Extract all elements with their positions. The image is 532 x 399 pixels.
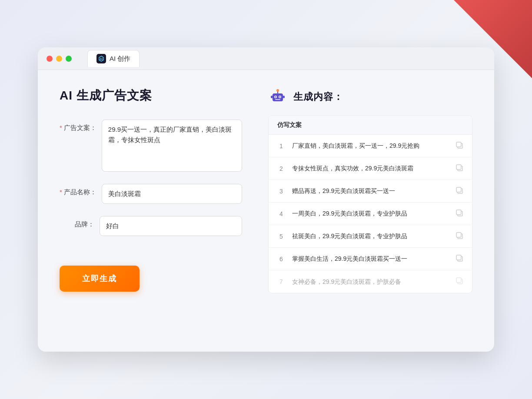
copy-icon[interactable] bbox=[456, 209, 463, 219]
copy-icon[interactable] bbox=[456, 164, 463, 173]
result-row: 6掌握美白生活，29.9元美白淡斑霜买一送一 bbox=[269, 248, 472, 270]
result-row: 1厂家直销，美白淡斑霜，买一送一，29.9元抢购 bbox=[269, 135, 472, 157]
copy-icon[interactable] bbox=[456, 186, 463, 196]
row-text: 专抹女性斑点，真实功效，29.9元美白淡斑霜 bbox=[292, 164, 449, 173]
result-row: 3赠品再送，29.9元美白淡斑霜买一送一 bbox=[269, 180, 472, 203]
maximize-button[interactable] bbox=[66, 56, 72, 62]
table-header-text: 仿写文案 bbox=[277, 121, 302, 128]
svg-rect-23 bbox=[456, 255, 461, 260]
traffic-lights bbox=[47, 56, 72, 62]
svg-point-5 bbox=[275, 96, 276, 98]
result-table: 仿写文案 1厂家直销，美白淡斑霜，买一送一，29.9元抢购2专抹女性斑点，真实功… bbox=[268, 115, 472, 293]
row-text: 一周美白，29.9元美白淡斑霜，专业护肤品 bbox=[292, 209, 449, 218]
svg-text:AI: AI bbox=[100, 57, 103, 60]
product-name-group: *产品名称： bbox=[60, 184, 242, 204]
ad-copy-group: *广告文案： bbox=[60, 120, 242, 172]
row-text: 女神必备，29.9元美白淡斑霜，护肤必备 bbox=[292, 277, 449, 286]
result-row: 7女神必备，29.9元美白淡斑霜，护肤必备 bbox=[269, 270, 472, 293]
result-row: 4一周美白，29.9元美白淡斑霜，专业护肤品 bbox=[269, 203, 472, 225]
svg-rect-17 bbox=[456, 187, 461, 192]
result-row: 5祛斑美白，29.9元美白淡斑霜，专业护肤品 bbox=[269, 225, 472, 248]
result-title: 生成内容： bbox=[293, 90, 343, 103]
robot-icon bbox=[268, 87, 287, 106]
row-text: 厂家直销，美白淡斑霜，买一送一，29.9元抢购 bbox=[292, 141, 449, 150]
row-text: 掌握美白生活，29.9元美白淡斑霜买一送一 bbox=[292, 254, 449, 263]
brand-input[interactable] bbox=[100, 216, 242, 236]
page-title: AI 生成广告文案 bbox=[60, 87, 242, 104]
brand-label: 品牌： bbox=[60, 216, 94, 229]
svg-rect-2 bbox=[273, 93, 283, 101]
close-button[interactable] bbox=[47, 56, 53, 62]
ad-copy-label: *广告文案： bbox=[60, 120, 96, 132]
row-number: 4 bbox=[277, 210, 285, 217]
row-number: 6 bbox=[277, 256, 285, 263]
row-number: 7 bbox=[277, 278, 285, 285]
left-panel: AI 生成广告文案 *广告文案： *产品名称： 品牌： 立即生成 bbox=[60, 87, 242, 334]
main-content: AI 生成广告文案 *广告文案： *产品名称： 品牌： 立即生成 bbox=[38, 70, 494, 352]
row-number: 5 bbox=[277, 233, 285, 240]
ad-copy-input[interactable] bbox=[102, 120, 242, 172]
row-number: 3 bbox=[277, 188, 285, 195]
product-name-label: *产品名称： bbox=[60, 184, 96, 196]
svg-rect-21 bbox=[456, 233, 461, 237]
generate-button[interactable]: 立即生成 bbox=[60, 266, 140, 292]
copy-icon[interactable] bbox=[456, 141, 463, 151]
svg-point-6 bbox=[279, 96, 281, 98]
svg-rect-7 bbox=[275, 99, 280, 100]
result-table-header: 仿写文案 bbox=[269, 116, 472, 135]
title-bar: AI AI 创作 bbox=[38, 47, 494, 70]
product-name-required: * bbox=[60, 188, 62, 196]
row-number: 2 bbox=[277, 165, 285, 172]
svg-rect-25 bbox=[456, 278, 461, 283]
svg-rect-19 bbox=[456, 210, 461, 215]
result-rows: 1厂家直销，美白淡斑霜，买一送一，29.9元抢购2专抹女性斑点，真实功效，29.… bbox=[269, 135, 472, 293]
copy-icon[interactable] bbox=[456, 277, 463, 286]
svg-point-9 bbox=[276, 89, 279, 92]
result-row: 2专抹女性斑点，真实功效，29.9元美白淡斑霜 bbox=[269, 157, 472, 180]
right-panel: 生成内容： 仿写文案 1厂家直销，美白淡斑霜，买一送一，29.9元抢购2专抹女性… bbox=[268, 87, 472, 334]
svg-rect-15 bbox=[456, 165, 461, 170]
copy-icon[interactable] bbox=[456, 232, 463, 241]
ai-tab-icon: AI bbox=[96, 54, 106, 63]
copy-icon[interactable] bbox=[456, 254, 463, 264]
result-header: 生成内容： bbox=[268, 87, 472, 106]
row-number: 1 bbox=[277, 143, 285, 150]
row-text: 赠品再送，29.9元美白淡斑霜买一送一 bbox=[292, 186, 449, 196]
ad-copy-required: * bbox=[60, 124, 62, 131]
svg-rect-10 bbox=[271, 96, 273, 98]
product-name-input[interactable] bbox=[102, 184, 242, 204]
browser-window: AI AI 创作 AI 生成广告文案 *广告文案： *产品名称： bbox=[38, 47, 494, 352]
minimize-button[interactable] bbox=[56, 56, 62, 62]
ai-creation-tab[interactable]: AI AI 创作 bbox=[87, 50, 140, 67]
row-text: 祛斑美白，29.9元美白淡斑霜，专业护肤品 bbox=[292, 232, 449, 241]
brand-group: 品牌： bbox=[60, 216, 242, 236]
svg-rect-13 bbox=[456, 142, 461, 147]
svg-rect-11 bbox=[283, 96, 285, 98]
tab-title: AI 创作 bbox=[110, 55, 130, 63]
